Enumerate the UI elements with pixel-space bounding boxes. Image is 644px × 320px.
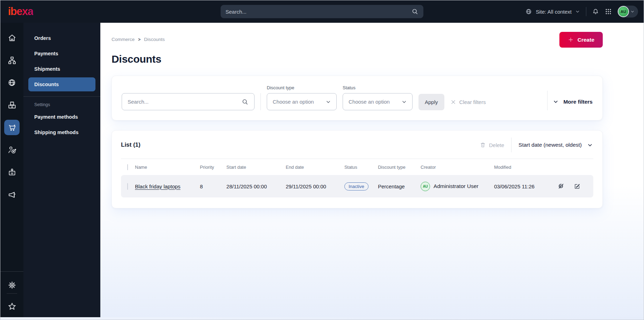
megaphone-icon [7,190,17,200]
discount-name-link[interactable]: Black friday laptops [135,183,180,189]
chevron-down-icon [401,99,407,105]
clear-filters-button[interactable]: Clear filters [450,94,486,110]
column-header-end-date: End date [286,165,344,170]
topbar-right: Site: All context [525,6,644,18]
rail-item-site[interactable] [4,75,20,90]
more-filters-button[interactable]: More filters [552,98,593,105]
products-boxes-icon [7,100,17,110]
app-grid-icon [605,8,612,15]
user-avatar: AU [618,7,628,16]
rail-item-customers[interactable] [4,142,20,158]
globe-cursor-icon [525,8,532,15]
rail-divider [0,271,23,272]
creator-avatar: AU [421,182,430,191]
discount-type-label: Discount type [267,85,337,90]
menu-item-discounts[interactable]: Discounts [28,77,95,91]
customer-target-icon [7,145,17,155]
gear-icon [7,280,17,290]
row-actions [558,183,593,190]
delete-button[interactable]: Delete [480,142,504,148]
start-date-cell: 28/11/2025 00:00 [227,183,286,189]
menu-section-settings: Settings [28,101,95,109]
column-header-discount-type: Discount type [378,165,421,170]
cart-icon [7,123,17,132]
menu-item-payments[interactable]: Payments [28,47,95,61]
topbar-divider [586,7,586,16]
search-icon [412,8,418,15]
site-context-selector[interactable]: Site: All context [525,8,580,15]
rail-item-admin[interactable] [4,277,20,293]
column-header-name: Name [135,165,200,170]
rail-item-corporate[interactable] [4,165,20,180]
menu-item-orders[interactable]: Orders [28,31,95,45]
filter-search[interactable] [122,93,255,110]
apply-button[interactable]: Apply [418,94,444,110]
rail-item-commerce[interactable] [4,120,20,135]
rail-item-marketing[interactable] [4,187,20,202]
ibexa-logo[interactable]: ibexa [8,5,33,18]
icon-rail [0,23,23,317]
sort-selector[interactable]: Start date (newest, oldest) [518,142,593,148]
table-header: Name Priority Start date End date Status… [121,159,593,175]
filter-search-input[interactable] [128,99,242,105]
column-header-creator: Creator [421,165,494,170]
chevron-down-icon [325,99,331,105]
rail-item-content[interactable] [4,53,20,68]
chevron-down-icon [575,9,580,14]
notifications-button[interactable] [592,8,599,15]
rail-bottom [0,271,23,314]
sitemap-icon [7,56,17,65]
menu-item-shipments[interactable]: Shipments [28,62,95,76]
site-context-label: Site: All context [536,9,572,15]
column-header-priority: Priority [200,165,227,170]
discounts-list-panel: List (1) Delete Start date [112,130,603,208]
status-select[interactable]: Choose an option [343,93,413,110]
clear-x-icon [450,99,456,105]
menu-item-shipping-methods[interactable]: Shipping methods [28,125,95,139]
breadcrumb-commerce[interactable]: Commerce [112,37,135,42]
modified-cell: 03/06/2025 11:26 [494,183,558,189]
menu-item-payment-methods[interactable]: Payment methods [28,110,95,124]
search-icon [242,98,249,105]
list-title: List (1) [121,141,141,148]
rail-divider [7,293,17,294]
breadcrumb: Commerce > Discounts [112,37,165,42]
column-header-modified: Modified [494,165,558,170]
breadcrumb-discounts[interactable]: Discounts [144,37,165,42]
priority-cell: 8 [200,183,227,189]
commerce-menu: Orders Payments Shipments Discounts Sett… [23,23,100,317]
rail-item-products[interactable] [4,97,20,113]
main-content: Commerce > Discounts Create Discounts [100,23,644,317]
rail-item-bookmarks[interactable] [4,299,20,314]
user-menu[interactable]: AU [617,6,638,18]
discount-type-select[interactable]: Choose an option [267,93,337,110]
window-bottom-edge [0,317,644,320]
chevron-down-icon [587,142,593,148]
topbar: ibexa Site: All context [0,0,644,23]
select-all-checkbox[interactable] [127,164,128,170]
list-actions-divider [511,138,511,152]
global-search-input[interactable] [226,9,412,15]
create-button[interactable]: Create [559,32,603,48]
edit-button[interactable] [574,183,581,190]
preview-disabled-button[interactable] [558,183,565,190]
globe-cursor-icon [7,78,17,88]
table-row: Black friday laptops 8 28/11/2025 00:00 … [121,175,593,197]
app-switcher-button[interactable] [605,8,612,15]
filters-panel: Discount type Choose an option Status Ch… [112,76,603,120]
column-header-status: Status [344,165,378,170]
global-search[interactable] [221,5,423,18]
row-checkbox[interactable] [127,183,128,190]
bell-icon [592,8,599,15]
end-date-cell: 29/11/2025 00:00 [286,183,344,189]
status-label: Status [343,85,413,90]
rail-item-dashboard[interactable] [4,30,20,46]
menu-divider [23,96,100,97]
status-badge: Inactive [344,182,368,190]
page-title: Discounts [112,53,603,65]
column-header-start-date: Start date [227,165,286,170]
id-badge-icon [7,168,17,177]
creator-cell: AU Administrator User [421,182,494,191]
chevron-down-icon [630,9,635,14]
breadcrumb-separator: > [138,37,141,42]
